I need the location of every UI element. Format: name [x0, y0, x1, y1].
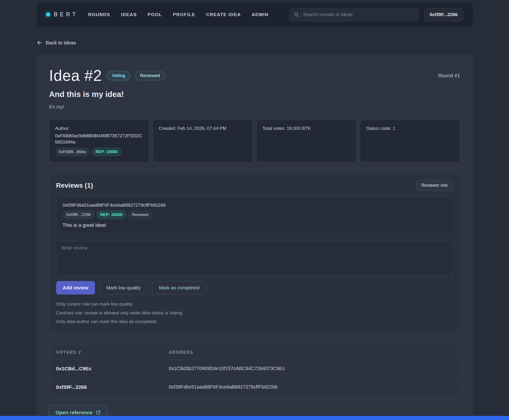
reviewer-full-address: 0xf39Fd6e51aad88F6F4ce6aB8827279cffFb922… — [63, 202, 447, 208]
reviews-header: Reviews (1) Reviewer role — [56, 180, 453, 191]
reviewer-rep-pill: REP: 10000 — [97, 211, 126, 219]
reviewer-badges: 0xf39F...2266 REP: 10000 Reviewer — [63, 211, 447, 219]
external-link-icon — [96, 410, 101, 415]
mark-low-quality-button[interactable]: Mark low quality — [99, 281, 148, 294]
nav-item-rounds[interactable]: ROUNDS — [88, 12, 110, 17]
nav-item-profile[interactable]: PROFILE — [173, 12, 195, 17]
idea-description: It's my! — [49, 104, 460, 110]
table-row: 0xf39F...2266 0xf39Fd6e51aad88F6F4ce6aB8… — [49, 378, 460, 396]
note-author-complete: Only idea author can mark this idea as c… — [56, 318, 453, 325]
created-card: Created: Feb 14, 2026, 07:44 PM — [153, 120, 253, 162]
back-to-ideas-link[interactable]: Back to ideas — [37, 40, 76, 46]
status-code-label: Status code: 1 — [366, 126, 454, 131]
brand-logo[interactable]: BERT — [46, 11, 78, 18]
write-review-textarea[interactable] — [56, 241, 453, 276]
reviews-heading: Reviews (1) — [56, 182, 93, 189]
voters-table: VOTERS 2 ADDRESS 0x1CBd...C9Ec 0x1CBd3b2… — [49, 345, 460, 397]
author-rep-pill: REP: 10000 — [92, 148, 121, 156]
address-column-header: ADDRESS — [162, 345, 460, 359]
voter-short-address: 0xf39F...2266 — [49, 378, 162, 396]
nav-item-ideas[interactable]: IDEAS — [121, 12, 137, 17]
nav-links: ROUNDS IDEAS POOL PROFILE CREATE IDEA AD… — [88, 12, 268, 17]
top-navbar: BERT ROUNDS IDEAS POOL PROFILE CREATE ID… — [37, 3, 473, 26]
round-label: Round #1 — [438, 73, 460, 78]
review-actions: Add review Mark low quality Mark as comp… — [56, 281, 453, 294]
review-notes: Only curator role can mark low quality. … — [56, 301, 453, 325]
author-short-address-pill: 0xFABB...694a — [55, 148, 89, 156]
nav-item-admin[interactable]: ADMIN — [252, 12, 268, 17]
table-row: 0x1CBd...C9Ec 0x1CBd3b2770909D4e10f157cA… — [49, 360, 460, 378]
idea-detail-card: Idea #2 Voting Reviewed Round #1 And thi… — [37, 54, 473, 420]
nav-item-pool[interactable]: POOL — [148, 12, 162, 17]
search-input[interactable] — [289, 8, 419, 21]
bottom-accent-bar — [0, 416, 509, 420]
back-link-label: Back to ideas — [46, 40, 76, 45]
reviewer-short-address-pill: 0xf39F...2266 — [63, 211, 94, 219]
reviewer-role-pill: Reviewer — [128, 211, 153, 219]
review-item: 0xf39Fd6e51aad88F6F4ce6aB8827279cffFb922… — [56, 197, 453, 233]
wallet-address-button[interactable]: 0xf39F...2266 — [424, 8, 463, 21]
reviews-section: Reviews (1) Reviewer role 0xf39Fd6e51aad… — [49, 173, 460, 332]
status-code-card: Status code: 1 — [360, 120, 460, 162]
author-card: Author: 0xFABB0ac9d68B0B445fB7357272Ff20… — [49, 120, 149, 162]
reviewed-status-badge: Reviewed — [135, 71, 165, 80]
mark-as-completed-button[interactable]: Mark as completed — [152, 281, 207, 294]
search-box — [289, 8, 419, 21]
open-reference-label: Open reference — [56, 410, 93, 415]
author-address: 0xFABB0ac9d68B0B445fB7357272Ff202C565169… — [55, 133, 143, 145]
voter-short-address: 0x1CBd...C9Ec — [49, 360, 162, 378]
voters-table-header: VOTERS 2 ADDRESS — [49, 345, 460, 360]
idea-info-grid: Author: 0xFABB0ac9d68B0B445fB7357272Ff20… — [49, 120, 460, 162]
voting-status-badge: Voting — [107, 71, 130, 80]
voters-column-header: VOTERS 2 — [49, 345, 162, 359]
brand-name: BERT — [54, 11, 78, 18]
idea-title: Idea #2 — [49, 67, 102, 84]
nav-item-create-idea[interactable]: CREATE IDEA — [206, 12, 241, 17]
author-label: Author: — [55, 126, 143, 131]
created-label: Created: Feb 14, 2026, 07:44 PM — [159, 126, 247, 131]
total-votes-card: Total votes: 19,000 BTK — [256, 120, 356, 162]
idea-subtitle: And this is my idea! — [49, 90, 460, 99]
note-curator: Only curator role can mark low quality. — [56, 301, 453, 308]
author-badges: 0xFABB...694a REP: 10000 — [55, 148, 143, 156]
back-arrow-icon — [37, 40, 43, 46]
search-icon — [294, 12, 299, 17]
total-votes-label: Total votes: 19,000 BTK — [262, 126, 350, 131]
voter-full-address: 0xf39Fd6e51aad88F6F4ce6aB8827279cffFb922… — [162, 378, 460, 396]
voter-full-address: 0x1CBd3b2770909D4e10f157cABC84C7264073C9… — [162, 360, 460, 378]
add-review-button[interactable]: Add review — [56, 281, 95, 294]
reviewer-role-badge: Reviewer role — [416, 180, 453, 191]
review-text: This is a good idea! — [63, 222, 447, 228]
brand-dot-icon — [46, 13, 50, 16]
idea-title-row: Idea #2 Voting Reviewed Round #1 — [49, 67, 460, 84]
note-contract-rule: Contract rule: review is allowed only wh… — [56, 310, 453, 316]
